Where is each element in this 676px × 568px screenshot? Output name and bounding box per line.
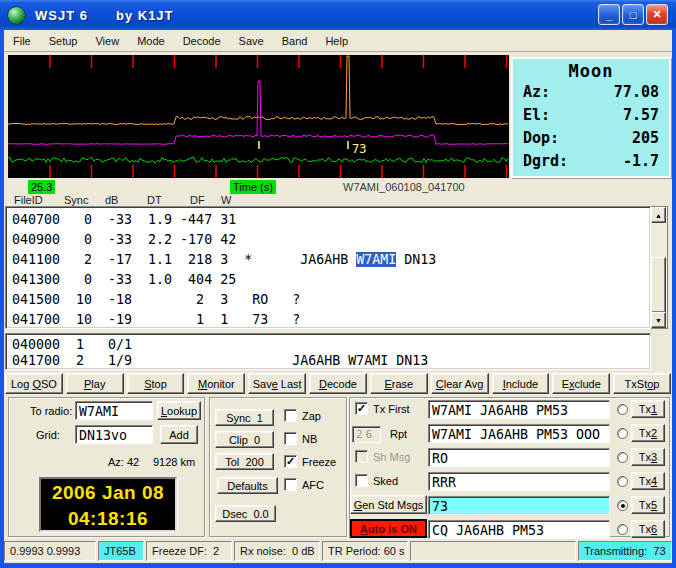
maximize-button[interactable]: □ bbox=[622, 4, 644, 25]
status-tr-period: TR Period: 60 s bbox=[322, 541, 408, 561]
moon-dop-value: 205 bbox=[632, 127, 659, 150]
tol-stepper[interactable]: Tol 200 bbox=[215, 453, 274, 470]
time-readout: 04:18:16 bbox=[41, 506, 175, 532]
title-bar[interactable]: WSJT 6 by K1JT _ □ ✕ bbox=[0, 0, 676, 30]
col-w: W bbox=[221, 194, 231, 206]
menu-mode[interactable]: Mode bbox=[128, 32, 174, 50]
decode-line: 040900 0 -33 2.2 -170 42 bbox=[6, 230, 650, 250]
txstop-button[interactable]: TxStop bbox=[613, 373, 671, 394]
decode-button[interactable]: Decode bbox=[309, 373, 367, 394]
moon-el-value: 7.57 bbox=[623, 104, 659, 127]
menu-view[interactable]: View bbox=[86, 32, 128, 50]
menu-bar: File Setup View Mode Decode Save Band He… bbox=[4, 30, 672, 52]
afc-checkbox[interactable]: ✓ bbox=[284, 478, 297, 491]
tx3-message-field[interactable] bbox=[428, 448, 610, 467]
menu-setup[interactable]: Setup bbox=[40, 32, 87, 50]
tx5-button[interactable]: Tx5 bbox=[631, 496, 665, 514]
moon-dgrd-label: Dgrd: bbox=[523, 150, 568, 173]
tx6-button[interactable]: Tx6 bbox=[631, 520, 665, 538]
freeze-label: Freeze bbox=[302, 456, 336, 468]
zap-label: Zap bbox=[302, 410, 321, 422]
moon-az-value: 77.08 bbox=[614, 81, 659, 104]
erase-button[interactable]: Erase bbox=[370, 373, 428, 394]
noise-trace bbox=[8, 158, 508, 163]
average-text-pane[interactable]: 040000 1 0/1041700 2 1/9 JA6AHB W7AMI DN… bbox=[5, 333, 651, 370]
moon-dop-label: Dop: bbox=[523, 127, 559, 150]
include-button[interactable]: Include bbox=[492, 373, 550, 394]
tx4-message-field[interactable] bbox=[428, 472, 610, 491]
sync-stepper[interactable]: Sync 1 bbox=[215, 409, 274, 426]
tx1-button[interactable]: Tx1 bbox=[631, 400, 665, 418]
exclude-button[interactable]: Exclude bbox=[552, 373, 610, 394]
menu-band[interactable]: Band bbox=[273, 32, 317, 50]
distance-readout: 9128 km bbox=[153, 456, 195, 468]
save-last-button[interactable]: Save Last bbox=[248, 373, 306, 394]
play-button[interactable]: Play bbox=[66, 373, 124, 394]
stop-button[interactable]: Stop bbox=[127, 373, 185, 394]
zap-checkbox[interactable]: ✓ bbox=[284, 409, 297, 422]
window-subtitle: by K1JT bbox=[116, 8, 174, 23]
spectrum-plot[interactable]: 73 bbox=[8, 55, 509, 178]
menu-help[interactable]: Help bbox=[316, 32, 357, 50]
scroll-down-icon[interactable]: ▼ bbox=[651, 312, 666, 328]
freq-scale-label: 25.3 bbox=[28, 180, 55, 194]
status-mode-badge: JT65B bbox=[98, 541, 144, 561]
tx1-radio[interactable] bbox=[617, 404, 628, 415]
auto-button[interactable]: Auto is ON bbox=[350, 519, 427, 538]
gen-std-msgs-button[interactable]: Gen Std Msgs bbox=[350, 495, 427, 514]
log-qso-button[interactable]: Log QSO bbox=[5, 373, 63, 394]
azimuth-readout: Az: 42 bbox=[108, 456, 139, 468]
tx4-button[interactable]: Tx4 bbox=[631, 472, 665, 490]
menu-save[interactable]: Save bbox=[230, 32, 273, 50]
to-radio-label: To radio: bbox=[30, 405, 72, 417]
tx3-radio[interactable] bbox=[617, 452, 628, 463]
decode-scrollbar[interactable]: ▲ ▼ bbox=[651, 206, 668, 329]
moon-az-label: Az: bbox=[523, 81, 550, 104]
tx6-radio[interactable] bbox=[617, 524, 628, 535]
average-line: 040000 1 0/1 bbox=[6, 337, 650, 353]
status-transmitting: Transmitting: 73 bbox=[578, 541, 672, 561]
lookup-button[interactable]: Lookup bbox=[157, 401, 201, 420]
scroll-up-icon[interactable]: ▲ bbox=[651, 207, 666, 223]
dsec-stepper[interactable]: Dsec 0.0 bbox=[215, 505, 276, 522]
tx6-message-field[interactable] bbox=[428, 520, 610, 539]
decode-line: 041500 10 -18 2 3 RO ? bbox=[6, 290, 650, 310]
scroll-thumb[interactable] bbox=[651, 257, 666, 313]
grid-label: Grid: bbox=[36, 429, 60, 441]
status-bar: 0.9993 0.9993 JT65B Freeze DF: 2 Rx nois… bbox=[4, 540, 672, 562]
col-sync: Sync bbox=[64, 194, 88, 206]
tx-first-checkbox[interactable]: ✓ bbox=[355, 402, 368, 415]
tx2-button[interactable]: Tx2 bbox=[631, 424, 665, 442]
rpt-label: Rpt bbox=[390, 428, 407, 440]
nb-checkbox[interactable]: ✓ bbox=[284, 432, 297, 445]
clear-avg-button[interactable]: Clear Avg bbox=[431, 373, 489, 394]
menu-decode[interactable]: Decode bbox=[174, 32, 230, 50]
tx5-message-field[interactable] bbox=[428, 496, 610, 515]
freeze-checkbox[interactable]: ✓ bbox=[284, 455, 297, 468]
tx4-radio[interactable] bbox=[617, 476, 628, 487]
tx1-message-field[interactable] bbox=[428, 400, 610, 419]
tx3-button[interactable]: Tx3 bbox=[631, 448, 665, 466]
decode-text-pane[interactable]: 040700 0 -33 1.9 -447 31040900 0 -33 2.2… bbox=[5, 206, 651, 329]
minimize-button[interactable]: _ bbox=[598, 4, 620, 25]
defaults-button[interactable]: Defaults bbox=[217, 477, 278, 494]
add-button[interactable]: Add bbox=[160, 425, 198, 444]
clip-stepper[interactable]: Clip 0 bbox=[215, 431, 274, 448]
status-rx-noise: Rx noise: 0 dB bbox=[234, 541, 320, 561]
menu-file[interactable]: File bbox=[4, 32, 40, 50]
moon-dgrd-value: -1.7 bbox=[623, 150, 659, 173]
rpt-field: 26 bbox=[352, 426, 381, 443]
signal-trace-magenta bbox=[8, 81, 508, 144]
close-button[interactable]: ✕ bbox=[646, 4, 668, 25]
decode-line: 040700 0 -33 1.9 -447 31 bbox=[6, 210, 650, 230]
tx2-message-field[interactable] bbox=[428, 424, 610, 443]
date-time-display: 2006 Jan 08 04:18:16 bbox=[39, 477, 177, 532]
sked-checkbox[interactable]: ✓ bbox=[355, 474, 368, 487]
monitor-button[interactable]: Monitor bbox=[187, 373, 245, 394]
grid-input[interactable] bbox=[75, 425, 153, 444]
to-radio-input[interactable] bbox=[75, 401, 153, 420]
marker-73-label: 73 bbox=[352, 142, 366, 156]
tx5-radio[interactable] bbox=[617, 500, 628, 511]
decode-line: 041300 0 -33 1.0 404 25 bbox=[6, 270, 650, 290]
tx2-radio[interactable] bbox=[617, 428, 628, 439]
